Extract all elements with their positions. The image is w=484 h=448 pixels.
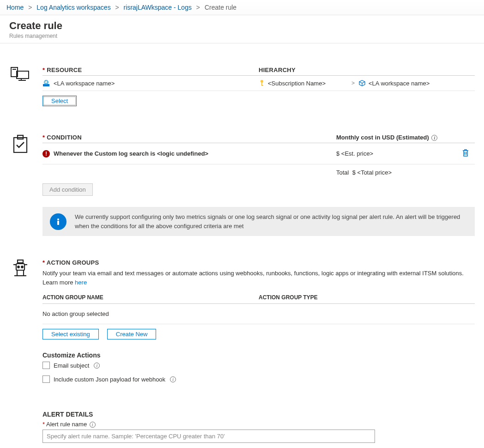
chevron-right-icon: > [196, 4, 200, 11]
select-existing-action-group-button[interactable]: Select existing [42, 329, 99, 339]
chevron-right-icon: > [115, 4, 119, 11]
condition-row[interactable]: ! Whenever the Custom log search is <log… [42, 143, 475, 164]
json-payload-label: Include custom Json payload for webhook [54, 376, 165, 383]
svg-rect-2 [17, 71, 29, 79]
condition-total-label: Total [336, 169, 349, 176]
chevron-right-icon: > [28, 4, 32, 11]
svg-point-16 [57, 218, 59, 220]
action-groups-learn-more-link[interactable]: here [75, 279, 87, 286]
breadcrumb-home[interactable]: Home [6, 4, 24, 11]
info-icon[interactable]: i [90, 422, 96, 428]
page-header: Create rule Rules management [0, 15, 484, 43]
info-icon [50, 213, 67, 230]
create-new-action-group-button[interactable]: Create New [107, 329, 157, 339]
breadcrumb-current: Create rule [205, 4, 236, 11]
resource-row[interactable]: <LA workspace name> <Subscription Name> … [42, 76, 475, 91]
action-group-name-column: ACTION GROUP NAME [42, 294, 259, 301]
alert-rule-name-label: Alert rule name [46, 421, 87, 428]
email-subject-label: Email subject [54, 362, 89, 369]
trash-icon [462, 149, 469, 157]
svg-rect-7 [45, 81, 46, 83]
customize-actions-heading: Customize Actions [42, 351, 475, 359]
condition-section-icon [11, 134, 30, 154]
action-groups-empty-text: No action group selected [42, 304, 475, 324]
hierarchy-workspace-name: <LA workspace name> [369, 80, 430, 87]
chevron-right-icon: > [351, 80, 355, 86]
info-icon[interactable]: i [170, 376, 176, 382]
breadcrumb-logs[interactable]: risrajLAWkspace - Logs [124, 4, 192, 11]
email-subject-checkbox[interactable] [42, 362, 50, 369]
action-groups-section-icon [11, 259, 30, 279]
info-icon[interactable]: i [94, 363, 100, 369]
svg-point-22 [21, 266, 23, 268]
action-groups-heading: ACTION GROUPS [47, 259, 99, 266]
page-title: Create rule [9, 20, 475, 32]
hierarchy-heading: HIERARCHY [259, 67, 475, 73]
condition-row-value: <logic undefined> [157, 150, 208, 157]
hierarchy-subscription-name: <Subscription Name> [268, 80, 326, 87]
resource-workspace-name: <LA workspace name> [54, 80, 115, 87]
key-icon [259, 79, 265, 87]
svg-rect-11 [261, 85, 263, 86]
resource-section-icon [10, 67, 30, 83]
breadcrumb-workspaces[interactable]: Log Analytics workspaces [36, 4, 110, 11]
condition-info-text: We currently support configuring only tw… [75, 212, 467, 230]
condition-cost-heading: Monthly cost in USD (Estimated) [336, 134, 429, 141]
action-group-type-column: ACTION GROUP TYPE [259, 294, 475, 301]
alert-icon: ! [42, 150, 50, 157]
svg-point-21 [18, 266, 19, 268]
info-icon[interactable]: i [431, 135, 437, 141]
condition-est-price: $ <Est. price> [336, 150, 447, 157]
select-resource-button[interactable]: Select [42, 96, 77, 106]
page-subtitle: Rules management [9, 33, 475, 39]
svg-rect-17 [57, 221, 59, 225]
json-payload-checkbox[interactable] [42, 375, 50, 383]
cube-icon [358, 79, 366, 87]
workspace-icon [42, 79, 50, 87]
condition-heading: CONDITION [47, 134, 82, 141]
condition-row-prefix: Whenever the Custom log search is [54, 150, 157, 157]
alert-rule-name-input[interactable] [42, 430, 375, 443]
breadcrumb: Home > Log Analytics workspaces > risraj… [0, 0, 484, 15]
add-condition-button[interactable]: Add condition [42, 183, 93, 196]
condition-total-value: $ <Total price> [352, 169, 392, 176]
svg-rect-23 [18, 260, 23, 263]
action-groups-description: Notify your team via email and text mess… [42, 270, 464, 286]
svg-rect-8 [46, 81, 47, 83]
resource-heading: RESOURCE [47, 67, 82, 73]
svg-rect-12 [14, 138, 27, 152]
delete-condition-button[interactable] [461, 148, 470, 159]
alert-details-heading: ALERT DETAILS [42, 411, 375, 418]
